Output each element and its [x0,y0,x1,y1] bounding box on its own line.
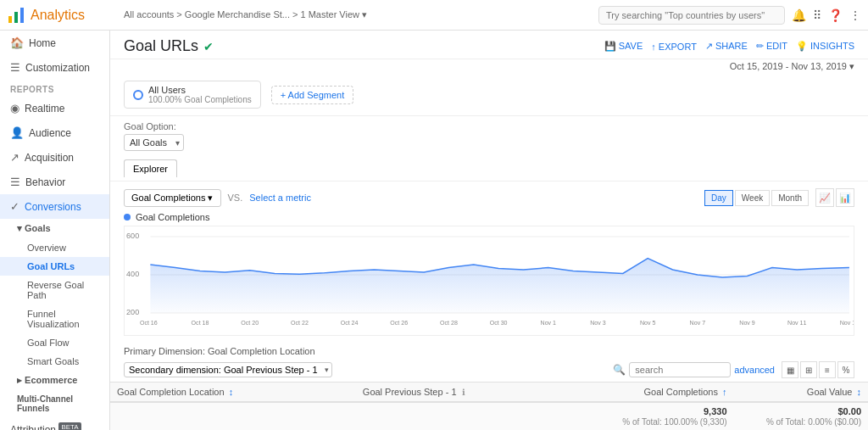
chart-svg: 600 400 200 [125,230,854,332]
account-icon[interactable]: ⋮ [849,8,861,22]
breadcrumb[interactable]: All accounts > Google Merchandise St... … [117,9,592,20]
table-view-btn-2[interactable]: ⊞ [800,361,817,378]
svg-text:600: 600 [126,232,139,240]
apps-icon[interactable]: ⠿ [813,8,821,22]
sidebar-item-behavior[interactable]: ☰ Behavior [0,170,109,194]
month-btn[interactable]: Month [771,190,809,206]
sidebar-label-customization: Customization [25,62,90,74]
conversions-icon: ✓ [10,200,19,213]
sidebar-item-home[interactable]: 🏠 Home [0,31,109,55]
sidebar-item-acquisition[interactable]: ↗ Acquisition [0,145,109,170]
segment-name: All Users [148,85,252,95]
goal-option-select[interactable]: All Goals [124,134,184,151]
sidebar-overview[interactable]: Overview [0,238,109,257]
select-metric-link[interactable]: Select a metric [249,193,311,203]
sidebar-multi-channel[interactable]: Multi-Channel Funnels [0,390,109,417]
date-range[interactable]: Oct 15, 2019 - Nov 13, 2019 ▾ [730,61,854,72]
edit-btn[interactable]: ✏ EDIT [756,41,787,52]
sidebar-label-behavior: Behavior [25,176,65,188]
col-value[interactable]: Goal Value ↕ [734,383,868,403]
svg-text:Nov 13: Nov 13 [840,320,854,326]
chart-section: Goal Completions ▾ VS. Select a metric D… [110,181,868,343]
sidebar-reverse-goal-path[interactable]: Reverse Goal Path [0,276,109,304]
segment-chip-all-users[interactable]: All Users 100.00% Goal Completions [124,81,261,109]
search-bar[interactable] [598,6,785,25]
sidebar-label-audience: Audience [29,127,71,139]
primary-dimension-label: Primary Dimension: Goal Completion Locat… [110,343,868,358]
chart-controls: Goal Completions ▾ VS. Select a metric D… [124,188,854,207]
table-search: 🔍 advanced [613,362,775,377]
export-btn[interactable]: ↑ EXPORT [651,42,697,52]
goal-select-wrap[interactable]: All Goals [124,134,184,151]
share-btn[interactable]: ↗ SHARE [705,41,748,52]
sidebar-item-audience[interactable]: 👤 Audience [0,120,109,145]
total-completions: 9,330 % of Total: 100.00% (9,330) [587,402,733,430]
sidebar-item-customization[interactable]: ☰ Customization [0,55,109,80]
header-actions: 💾 SAVE ↑ EXPORT ↗ SHARE ✏ EDIT 💡 INSIGHT… [604,41,854,52]
secondary-dim-select[interactable]: Secondary dimension: Goal Previous Step … [124,362,332,377]
col-completions[interactable]: Goal Completions ↑ [587,383,733,403]
table-view-btn-1[interactable]: ▦ [782,361,798,378]
sidebar-label-acquisition: Acquisition [25,152,74,164]
svg-text:Nov 1: Nov 1 [541,320,557,326]
sidebar-label-conversions: Conversions [25,201,81,213]
table-search-input[interactable] [629,362,731,377]
svg-rect-2 [20,8,24,23]
sidebar-label-home: Home [29,37,56,49]
svg-text:Oct 20: Oct 20 [241,320,259,326]
audience-icon: 👤 [10,126,24,139]
bar-chart-btn[interactable]: 📊 [836,188,854,207]
sidebar-item-realtime[interactable]: ◉ Realtime [0,96,109,120]
sidebar-goal-flow[interactable]: Goal Flow [0,333,109,352]
advanced-link[interactable]: advanced [734,365,775,375]
secondary-dim-select-wrap[interactable]: Secondary dimension: Goal Previous Step … [124,362,332,377]
add-segment-btn[interactable]: + Add Segment [271,86,354,104]
logo: Analytics [7,6,117,25]
home-icon: 🏠 [10,36,24,49]
line-chart-btn[interactable]: 📈 [815,188,834,207]
day-week-month-toggle: Day Week Month [704,190,809,206]
total-row: 9,330 % of Total: 100.00% (9,330) $0.00 … [110,402,868,430]
main-layout: 🏠 Home ☰ Customization REPORTS ◉ Realtim… [0,31,868,430]
day-btn[interactable]: Day [704,190,733,206]
table-view-btn-3[interactable]: ≡ [819,361,836,378]
sidebar-funnel-viz[interactable]: Funnel Visualization [0,304,109,333]
acquisition-icon: ↗ [10,151,19,164]
sidebar-attribution[interactable]: Attribution BETA [0,417,109,430]
secondary-dim-row: Secondary dimension: Goal Previous Step … [110,358,868,382]
explorer-tab-btn[interactable]: Explorer [124,159,177,177]
sidebar-section-reports: REPORTS [0,80,109,96]
search-icon: 🔍 [613,364,626,376]
behavior-icon: ☰ [10,176,20,188]
sidebar-ecommerce[interactable]: ▸ Ecommerce [0,371,109,390]
data-table: Goal Completion Location ↕ Goal Previous… [110,382,868,430]
sidebar-item-conversions[interactable]: ✓ Conversions [0,194,109,219]
analytics-logo-icon [7,6,25,25]
svg-rect-1 [14,12,18,23]
save-btn[interactable]: 💾 SAVE [604,41,643,52]
top-bar: Analytics All accounts > Google Merchand… [0,0,868,31]
metric-dropdown-btn[interactable]: Goal Completions ▾ [124,189,221,207]
notifications-icon[interactable]: 🔔 [792,8,806,22]
help-icon[interactable]: ❓ [828,8,843,22]
col-goal-location[interactable]: Goal Completion Location ↕ [110,383,356,403]
svg-text:Oct 30: Oct 30 [490,320,508,326]
insights-btn[interactable]: 💡 INSIGHTS [796,41,854,52]
sidebar-smart-goals[interactable]: Smart Goals [0,352,109,371]
content-area: Goal URLs ✔ 💾 SAVE ↑ EXPORT ↗ SHARE ✏ ED… [110,31,868,430]
total-label [110,402,587,430]
goal-option-label: Goal Option: [124,121,854,131]
sidebar-goal-urls[interactable]: Goal URLs [0,257,109,276]
sidebar: 🏠 Home ☰ Customization REPORTS ◉ Realtim… [0,31,110,430]
search-input[interactable] [598,6,785,25]
week-btn[interactable]: Week [735,190,770,206]
segment-bar: All Users 100.00% Goal Completions + Add… [110,74,868,116]
svg-text:Nov 11: Nov 11 [787,320,806,326]
goal-option-row: Goal Option: All Goals [110,116,868,156]
sidebar-goals[interactable]: ▾ Goals [0,219,109,238]
col-prev-step[interactable]: Goal Previous Step - 1 ℹ [356,383,588,403]
sidebar-label-realtime: Realtime [25,103,64,114]
table-view-btn-4[interactable]: % [837,361,854,378]
chart-metric: Goal Completions ▾ VS. Select a metric [124,189,311,207]
table-view-btns: ▦ ⊞ ≡ % [782,361,854,378]
